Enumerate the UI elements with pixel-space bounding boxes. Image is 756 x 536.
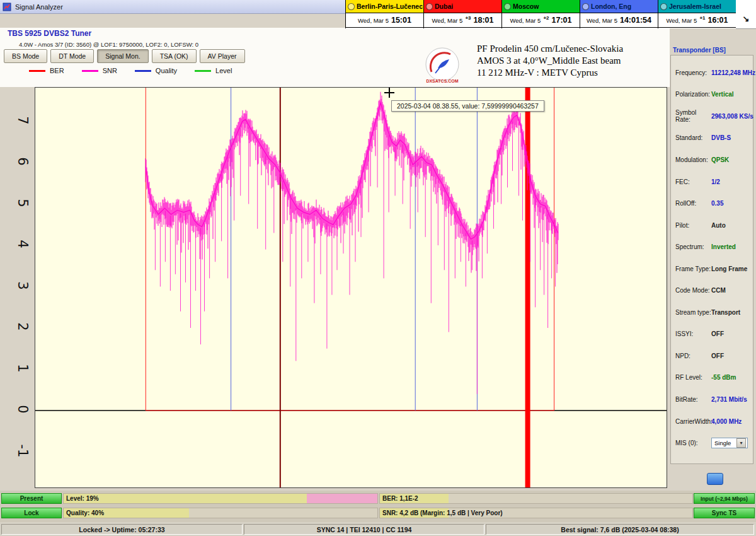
clock-time-cell: Wed, Mar 5+318:01 xyxy=(424,13,501,28)
present-indicator: Present xyxy=(1,493,62,504)
clock-dubai: DubaiWed, Mar 5+318:01 xyxy=(424,0,502,28)
clock-time: 18:01 xyxy=(474,16,494,25)
y-axis-label: 1 xyxy=(15,359,30,377)
world-clocks: Berlin-Paris-LučenecWed, Mar 515:01Dubai… xyxy=(345,0,736,28)
tab-signal-mon[interactable]: Signal Mon. xyxy=(97,49,148,63)
statusbar-uptime: Locked -> Uptime: 05:27:33 xyxy=(1,524,243,535)
status-area: Present Level: 19% BER: 1,1E-2 Input (~2… xyxy=(0,491,756,522)
tp-row-issyi: ISSYI:OFF xyxy=(671,323,753,346)
clock-city-label: Jerusalem-Israel xyxy=(669,3,721,10)
tp-field-label: Frame Type: xyxy=(675,265,711,272)
tp-field-value: Long Frame xyxy=(711,265,747,272)
legend-item-quality: Quality xyxy=(135,67,177,74)
tp-field-label: Frequency: xyxy=(675,69,711,76)
tp-field-label: RF Level: xyxy=(675,374,711,381)
crosshair-cursor xyxy=(384,88,394,98)
tp-field-value: OFF xyxy=(711,330,724,337)
mis-dropdown[interactable]: Single▾ xyxy=(711,438,748,448)
tp-row-rolloff: RollOff:0.35 xyxy=(671,192,753,214)
legend-label: BER xyxy=(50,67,64,74)
mis-selected-value: Single xyxy=(714,440,731,446)
clock-berlin-paris-lu-enec: Berlin-Paris-LučenecWed, Mar 515:01 xyxy=(346,0,424,28)
corner-arrow-icon[interactable]: ↘ xyxy=(736,14,756,23)
tp-field-value: 2963,008 KS/s xyxy=(711,113,753,120)
tp-field-label: Stream type: xyxy=(675,309,711,316)
legend-label: SNR xyxy=(103,67,117,74)
tp-field-value: 1/2 xyxy=(711,178,720,185)
tp-row-spectrum: Spectrum:Inverted xyxy=(671,236,753,258)
tp-row-mis: MIS (0):Single▾ xyxy=(671,432,753,454)
y-axis-label: 3 xyxy=(15,277,30,294)
tp-row-frame-type: Frame Type:Long Frame xyxy=(671,258,753,280)
clock-time-cell: Wed, Mar 5+116:01 xyxy=(658,13,736,28)
tp-field-label: ISSYI: xyxy=(675,330,711,337)
app-icon xyxy=(3,3,11,11)
bar-segment xyxy=(449,494,692,503)
legend-swatch xyxy=(82,70,98,72)
legend-swatch xyxy=(135,70,151,72)
annotation-line-3: 11 212 MHz-V : METV Cyprus xyxy=(477,67,623,79)
tp-field-label: NPD: xyxy=(675,352,711,359)
panel-action-button[interactable] xyxy=(707,473,723,485)
bar-segment xyxy=(189,508,377,518)
tp-field-label: CarrierWidth: xyxy=(675,418,711,425)
ber-bar: BER: 1,1E-2 xyxy=(379,493,693,504)
y-axis-label: 6 xyxy=(15,153,30,170)
legend-item-snr: SNR xyxy=(82,67,117,74)
tuner-title: TBS 5925 DVBS2 Tuner xyxy=(8,29,91,38)
input-indicator: Input (~2,94 Mbps) xyxy=(694,493,755,504)
tp-row-code-mode: Code Mode:CCM xyxy=(671,279,753,301)
tp-field-value: DVB-S xyxy=(711,134,731,141)
clock-header: Jerusalem-Israel xyxy=(658,0,736,13)
statusbar: Locked -> Uptime: 05:27:33 SYNC 14 | TEI… xyxy=(0,523,756,536)
window-title: Signal Analyzer xyxy=(15,3,63,11)
tp-row-symbol-rate: Symbol Rate:2963,008 KS/s xyxy=(671,105,753,127)
chart-canvas xyxy=(35,88,667,487)
tp-row-frequency: Frequency:11212,248 MHz xyxy=(671,62,753,84)
clock-time-cell: Wed, Mar 515:01 xyxy=(346,13,423,28)
tp-field-value: Transport xyxy=(711,309,740,316)
tp-row-polarization: Polarization:Vertical xyxy=(671,84,753,106)
value-tooltip: 2025-03-04 08.38.55, value: 7,5999999046… xyxy=(391,100,544,112)
clock-icon xyxy=(426,3,433,10)
tp-field-label: RollOff: xyxy=(675,200,711,207)
clock-city-label: London, Eng xyxy=(591,3,631,10)
tab-dt-mode[interactable]: DT Mode xyxy=(50,49,94,63)
tp-field-value: 4,000 MHz xyxy=(711,418,742,425)
clock-date: Wed, Mar 5 xyxy=(432,17,462,24)
tp-row-stream-type: Stream type:Transport xyxy=(671,301,753,323)
dxsatcs-logo: DXSATCS.COM xyxy=(423,47,462,86)
legend-label: Level xyxy=(215,67,232,74)
annotation-line-2: AMOS 3 at 4,0°W_Middle East beam xyxy=(477,55,623,67)
clock-header: Berlin-Paris-Lučenec xyxy=(346,0,423,13)
clock-time: 15:01 xyxy=(391,16,411,25)
tab-bs-mode[interactable]: BS Mode xyxy=(4,49,47,63)
tp-field-value: Auto xyxy=(711,222,726,229)
legend-item-ber: BER xyxy=(29,67,64,74)
clock-utc-offset: +1 xyxy=(699,15,705,21)
clock-jerusalem-israel: Jerusalem-IsraelWed, Mar 5+116:01 xyxy=(658,0,736,28)
tp-row-pilot: Pilot:Auto xyxy=(671,214,753,236)
transponder-panel-title: Transponder [BS] xyxy=(673,47,726,54)
tab-av-player[interactable]: AV Player xyxy=(200,49,245,63)
tab-tsa-ok[interactable]: TSA (OK) xyxy=(152,49,197,63)
clock-city-label: Berlin-Paris-Lučenec xyxy=(357,3,423,10)
tp-row-modulation: Modulation:QPSK xyxy=(671,149,753,171)
clock-city-label: Moscow xyxy=(513,3,539,10)
transponder-panel: Frequency:11212,248 MHzPolarization:Vert… xyxy=(670,55,753,464)
tp-field-value: Inverted xyxy=(711,243,736,250)
tp-field-label: Pilot: xyxy=(675,222,711,229)
tp-field-label: FEC: xyxy=(675,178,711,185)
y-axis-label: -1 xyxy=(15,442,30,460)
legend-swatch xyxy=(29,70,45,72)
tp-field-label: BitRate: xyxy=(675,396,711,403)
signal-analyzer-window: Signal Analyzer Berlin-Paris-LučenecWed,… xyxy=(0,0,756,536)
tp-field-value: 11212,248 MHz xyxy=(711,69,755,76)
tp-row-carrierwidth: CarrierWidth:4,000 MHz xyxy=(671,411,753,433)
clock-date: Wed, Mar 5 xyxy=(587,17,617,24)
tp-field-value: Vertical xyxy=(711,91,734,98)
bar-snr-label: SNR: 4,2 dB (Margin: 1,5 dB | Very Poor) xyxy=(382,508,503,518)
signal-chart[interactable] xyxy=(35,87,667,488)
clock-time-cell: Wed, Mar 514:01:54 xyxy=(580,13,658,28)
tp-row-standard: Standard:DVB-S xyxy=(671,127,753,149)
